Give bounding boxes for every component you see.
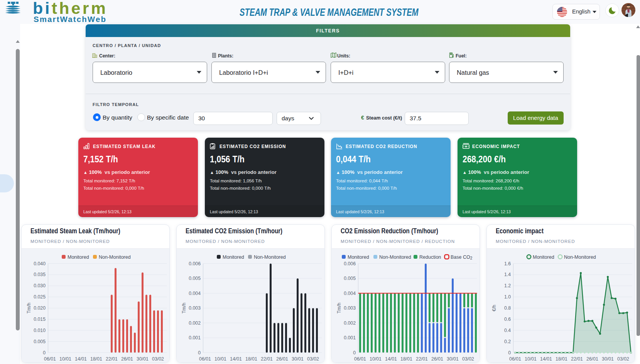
svg-text:22/01: 22/01 (106, 356, 118, 362)
svg-text:0.030: 0.030 (34, 283, 46, 288)
svg-text:18/01: 18/01 (245, 356, 257, 362)
svg-text:0.035: 0.035 (34, 272, 46, 277)
svg-text:€/h: €/h (491, 305, 497, 311)
svg-text:14/01: 14/01 (540, 356, 552, 362)
svg-text:Monitored: Monitored (533, 254, 554, 260)
svg-text:0.4: 0.4 (504, 328, 511, 333)
svg-text:0.005: 0.005 (34, 339, 46, 344)
svg-text:26/01: 26/01 (276, 356, 288, 362)
svg-text:0: 0 (353, 350, 356, 356)
svg-text:0.002: 0.002 (189, 320, 201, 326)
svg-text:Non-Monitored: Non-Monitored (99, 254, 131, 260)
svg-text:06/01: 06/01 (354, 356, 366, 362)
svg-text:0.020: 0.020 (34, 305, 46, 311)
svg-text:0.025: 0.025 (34, 294, 46, 300)
svg-text:0.010: 0.010 (34, 328, 46, 333)
svg-text:0.8: 0.8 (504, 305, 511, 311)
svg-text:Monitored: Monitored (68, 254, 89, 260)
svg-text:0: 0 (43, 350, 46, 356)
svg-text:1.6: 1.6 (504, 261, 511, 266)
svg-text:0.002: 0.002 (344, 320, 356, 326)
svg-text:0.001: 0.001 (189, 335, 201, 340)
svg-text:03/02: 03/02 (307, 356, 319, 362)
svg-text:03/02: 03/02 (617, 356, 629, 362)
svg-text:10/01: 10/01 (59, 356, 71, 362)
svg-text:03/02: 03/02 (462, 356, 474, 362)
svg-text:10/01: 10/01 (525, 356, 537, 362)
svg-text:14/01: 14/01 (230, 356, 242, 362)
svg-text:1.0: 1.0 (504, 294, 511, 300)
svg-text:03/02: 03/02 (152, 356, 164, 362)
svg-text:0.6: 0.6 (504, 317, 511, 322)
svg-text:Base CO2: Base CO2 (451, 254, 473, 260)
svg-text:0.001: 0.001 (344, 335, 356, 340)
svg-text:10/01: 10/01 (214, 356, 226, 362)
svg-text:Non-Monitored: Non-Monitored (254, 254, 286, 260)
svg-text:0.015: 0.015 (34, 317, 46, 322)
svg-text:26/01: 26/01 (121, 356, 133, 362)
svg-text:0: 0 (508, 350, 511, 356)
svg-text:30/01: 30/01 (292, 356, 304, 362)
svg-text:30/01: 30/01 (137, 356, 149, 362)
svg-text:0.040: 0.040 (34, 261, 46, 266)
svg-text:10/01: 10/01 (370, 356, 382, 362)
svg-text:0.005: 0.005 (189, 276, 201, 281)
svg-text:14/01: 14/01 (75, 356, 87, 362)
svg-text:0.003: 0.003 (189, 305, 201, 311)
svg-text:1.4: 1.4 (504, 272, 511, 277)
svg-text:06/01: 06/01 (509, 356, 521, 362)
svg-text:30/01: 30/01 (447, 356, 459, 362)
svg-text:0.005: 0.005 (344, 276, 356, 281)
svg-text:0.2: 0.2 (504, 339, 511, 344)
svg-text:0.003: 0.003 (344, 305, 356, 311)
svg-text:06/01: 06/01 (199, 356, 211, 362)
svg-text:14/01: 14/01 (385, 356, 397, 362)
svg-text:26/01: 26/01 (431, 356, 443, 362)
svg-text:30/01: 30/01 (602, 356, 614, 362)
svg-text:0: 0 (198, 350, 201, 356)
svg-text:06/01: 06/01 (44, 356, 56, 362)
svg-text:0.004: 0.004 (189, 291, 201, 296)
svg-text:18/01: 18/01 (400, 356, 412, 362)
svg-text:Reduction: Reduction (419, 254, 441, 260)
svg-text:Non-Monitored: Non-Monitored (564, 254, 596, 260)
svg-text:22/01: 22/01 (571, 356, 583, 362)
svg-text:Tm/h: Tm/h (26, 303, 32, 313)
svg-text:1.2: 1.2 (504, 283, 511, 288)
svg-text:18/01: 18/01 (556, 356, 567, 362)
svg-text:Monitored: Monitored (348, 254, 369, 260)
svg-text:22/01: 22/01 (416, 356, 428, 362)
svg-text:Monitored: Monitored (223, 254, 244, 260)
svg-text:Tm/h: Tm/h (336, 303, 342, 313)
svg-text:0.004: 0.004 (344, 291, 356, 296)
svg-text:18/01: 18/01 (90, 356, 102, 362)
svg-text:26/01: 26/01 (586, 356, 598, 362)
svg-text:Non-Monitored: Non-Monitored (379, 254, 411, 260)
svg-text:0.006: 0.006 (189, 261, 201, 266)
svg-text:0.006: 0.006 (344, 261, 356, 266)
svg-text:Tm/h: Tm/h (181, 303, 187, 313)
svg-text:22/01: 22/01 (261, 356, 273, 362)
